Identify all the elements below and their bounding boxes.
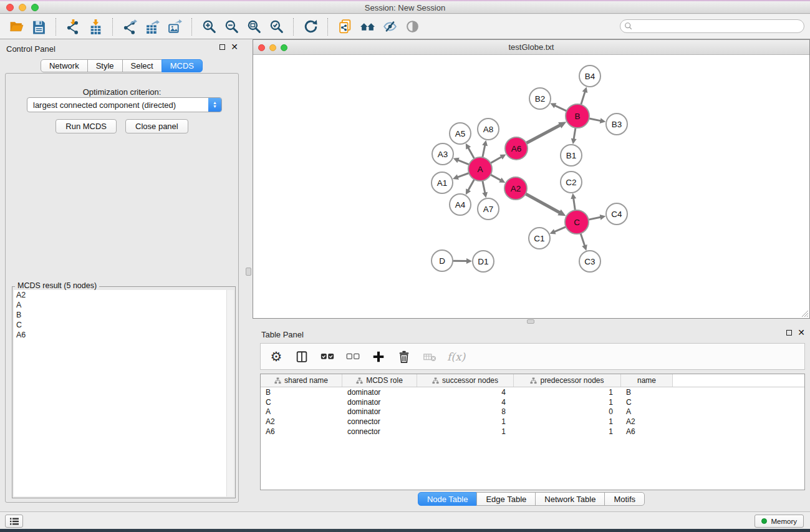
result-item[interactable]: C [14,320,226,330]
cell-predecessor-nodes[interactable]: 1 [514,387,621,397]
vertical-split-handle[interactable] [246,268,251,276]
zoom-fit-icon[interactable] [243,16,265,37]
cell-shared-name[interactable]: A6 [261,427,342,437]
cell-shared-name[interactable]: A [261,407,342,417]
hide-graphics-details-icon[interactable] [378,16,401,37]
cell-mcds-role[interactable]: dominator [342,407,417,417]
cell-successor-nodes[interactable]: 1 [417,427,514,437]
edge-C-C2[interactable] [574,198,576,211]
close-panel-icon[interactable]: ✕ [231,44,238,51]
graph-node-b1[interactable]: B1 [561,145,582,166]
cell-mcds-role[interactable]: connector [342,417,417,427]
graph-node-a[interactable]: A [468,157,492,181]
cell-name[interactable]: A2 [621,417,673,427]
export-table-icon[interactable] [141,16,163,37]
close-table-panel-icon[interactable]: ✕ [798,329,805,336]
column-header-mcds-role[interactable]: MCDS role [342,374,417,387]
cell-predecessor-nodes[interactable]: 1 [514,417,621,427]
graph-node-c1[interactable]: C1 [529,228,550,249]
result-item[interactable]: B [14,310,226,320]
import-table-icon[interactable] [84,16,107,37]
graph-node-c4[interactable]: C4 [606,203,627,225]
edge-A6-B[interactable] [525,125,561,143]
edge-A-A1[interactable] [457,173,470,178]
cell-predecessor-nodes[interactable]: 1 [514,397,621,407]
cell-predecessor-nodes[interactable]: 0 [514,407,621,417]
edge-B-B1[interactable] [574,127,576,140]
close-panel-button[interactable]: Close panel [125,119,188,133]
graph-node-c3[interactable]: C3 [579,251,600,272]
tab-style[interactable]: Style [87,59,123,72]
tab-mcds[interactable]: MCDS [162,59,203,72]
cell-mcds-role[interactable]: connector [342,427,417,437]
edge-A2-C[interactable] [524,193,560,213]
graph-node-c2[interactable]: C2 [561,172,582,193]
show-graphics-details-icon[interactable] [401,16,423,37]
result-item[interactable]: A2 [14,290,226,300]
tab-node-table[interactable]: Node Table [418,492,478,506]
add-row-icon[interactable] [370,347,387,366]
run-mcds-button[interactable]: Run MCDS [55,119,117,133]
edge-C-C1[interactable] [554,226,567,232]
cell-successor-nodes[interactable]: 4 [417,387,514,397]
memory-button[interactable]: Memory [755,515,804,528]
search-input[interactable] [620,19,804,33]
graph-node-a3[interactable]: A3 [432,143,453,165]
table-row[interactable]: A2connector11A2 [261,417,804,427]
tab-network[interactable]: Network [41,59,88,72]
cell-name[interactable]: A [621,407,673,417]
column-header-predecessor-nodes[interactable]: predecessor nodes [514,374,621,387]
cell-shared-name[interactable]: A2 [261,417,342,427]
open-session-icon[interactable] [5,16,27,37]
edge-A-A6[interactable] [489,157,502,163]
cell-mcds-role[interactable]: dominator [342,397,417,407]
tab-motifs[interactable]: Motifs [604,492,645,506]
graph-node-a8[interactable]: A8 [478,118,499,140]
tab-network-table[interactable]: Network Table [535,492,605,506]
export-image-icon[interactable] [163,16,186,37]
cell-predecessor-nodes[interactable]: 1 [514,427,621,437]
table-settings-gear-icon[interactable]: ⚙ [268,347,284,366]
show-columns-icon[interactable] [294,347,310,366]
cell-successor-nodes[interactable]: 1 [417,417,514,427]
result-item[interactable]: A [14,300,226,310]
table-row[interactable]: Cdominator41C [261,397,804,407]
result-item[interactable]: A6 [14,330,226,340]
column-header-name[interactable]: name [621,374,673,387]
deselect-all-checkboxes-icon[interactable] [345,347,361,366]
cell-name[interactable]: B [621,387,673,397]
cell-mcds-role[interactable]: dominator [342,387,417,397]
graph-node-a1[interactable]: A1 [432,172,453,193]
import-network-icon[interactable] [62,16,84,37]
table-row[interactable]: A6connector11A6 [261,427,804,437]
edge-B-B4[interactable] [581,91,585,105]
tab-select[interactable]: Select [122,59,162,72]
result-scrollbar[interactable] [226,290,234,496]
graph-node-a6[interactable]: A6 [505,137,528,160]
edge-B-B3[interactable] [588,118,601,120]
graph-node-b3[interactable]: B3 [606,114,627,135]
graph-node-b4[interactable]: B4 [579,65,600,87]
edge-C-C4[interactable] [587,217,601,220]
edge-A-A2[interactable] [489,174,501,180]
edge-A-A7[interactable] [482,180,485,193]
cell-shared-name[interactable]: C [261,397,342,407]
edge-A-A5[interactable] [468,147,475,160]
cell-successor-nodes[interactable]: 8 [417,407,514,417]
graph-node-d1[interactable]: D1 [473,251,494,272]
column-header-successor-nodes[interactable]: successor nodes [417,374,514,387]
table-row[interactable]: Adominator80A [261,407,804,417]
zoom-in-icon[interactable] [198,16,220,37]
edge-A-A4[interactable] [468,178,475,191]
select-all-checkboxes-icon[interactable] [319,347,335,366]
tab-edge-table[interactable]: Edge Table [476,492,536,506]
zoom-out-icon[interactable] [220,16,243,37]
graph-node-d[interactable]: D [432,250,453,271]
graph-node-a2[interactable]: A2 [504,177,527,200]
horizontal-split-handle[interactable] [527,319,534,324]
float-panel-icon[interactable] [219,44,225,50]
edge-B-B2[interactable] [554,105,567,112]
cell-name[interactable]: C [621,397,673,407]
graph-node-a4[interactable]: A4 [450,194,471,215]
home-icon[interactable] [356,16,378,37]
